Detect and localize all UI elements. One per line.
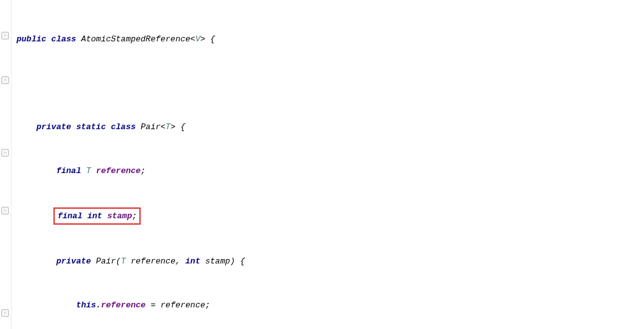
code-line: private Pair(T reference, int stamp) {: [17, 254, 644, 269]
code-line: private static class Pair<T> {: [17, 120, 644, 134]
code-line: this.reference = reference;: [17, 298, 644, 312]
fold-toggle-icon[interactable]: -: [1, 309, 9, 317]
highlight-box: final int stamp;: [53, 207, 141, 225]
fold-toggle-icon[interactable]: -: [1, 207, 9, 214]
code-line: final T reference;: [17, 164, 644, 178]
fold-toggle-icon[interactable]: -: [1, 32, 9, 39]
code-editor[interactable]: public class AtomicStampedReference<V> {…: [11, 0, 644, 329]
editor-gutter: - - - - -: [0, 0, 11, 329]
code-line: [17, 76, 644, 90]
fold-toggle-icon[interactable]: -: [1, 149, 9, 157]
code-line: public class AtomicStampedReference<V> {: [17, 32, 644, 46]
code-line-highlighted: final int stamp;: [17, 207, 644, 225]
fold-toggle-icon[interactable]: -: [1, 76, 9, 84]
